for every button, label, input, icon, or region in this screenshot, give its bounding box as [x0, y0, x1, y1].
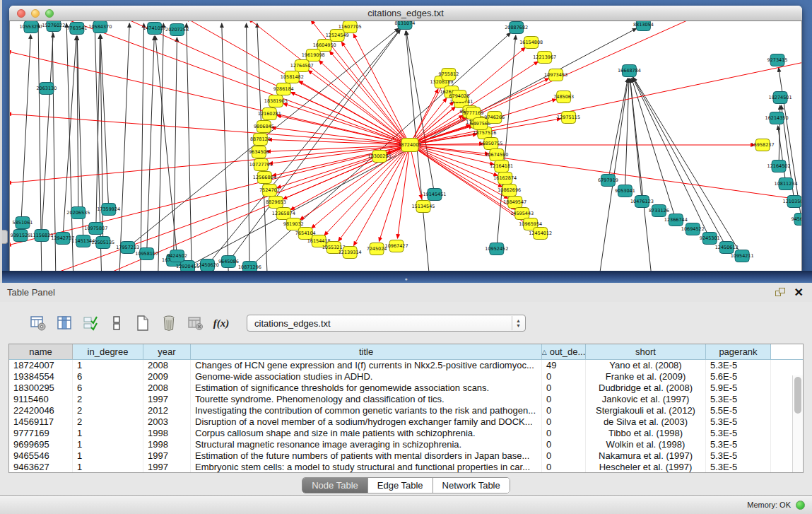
- network-node-selected[interactable]: 16162874: [493, 173, 517, 185]
- column-header-title[interactable]: title: [191, 344, 542, 360]
- network-node-selected[interactable]: 9755812: [438, 69, 459, 81]
- tab-network-table[interactable]: Network Table: [433, 478, 510, 493]
- network-edge[interactable]: [608, 78, 628, 180]
- network-edge[interactable]: [222, 23, 229, 271]
- table-row[interactable]: 1456911722003Disruption of a novel membe…: [9, 416, 803, 428]
- network-node-selected[interactable]: 14595443: [510, 208, 534, 220]
- table-scrollbar[interactable]: [792, 375, 803, 472]
- table-cell[interactable]: Disruption of a novel member of a sodium…: [191, 416, 542, 428]
- table-cell[interactable]: 6: [73, 371, 143, 382]
- network-node[interactable]: 12164502: [767, 160, 791, 173]
- network-node-selected[interactable]: 7524702: [259, 185, 280, 197]
- network-node[interactable]: 2063130: [36, 83, 57, 95]
- float-panel-icon[interactable]: [775, 288, 786, 297]
- table-row[interactable]: 946362711997Embryonic stem cells: a mode…: [9, 462, 803, 472]
- network-node-selected[interactable]: 7485063: [553, 91, 574, 103]
- network-node-selected[interactable]: 16850755: [479, 138, 502, 150]
- table-row[interactable]: 1830029562008Estimation of significance …: [9, 382, 803, 394]
- network-node[interactable]: 9245301: [700, 233, 720, 245]
- table-cell[interactable]: Stergiakouli et al. (2012): [586, 405, 706, 416]
- network-edge[interactable]: [187, 23, 192, 271]
- table-cell[interactable]: 1997: [143, 462, 191, 472]
- network-node[interactable]: 10871296: [238, 262, 261, 271]
- network-edge[interactable]: [20, 35, 30, 235]
- table-cell[interactable]: Estimation of significance thresholds fo…: [191, 382, 542, 394]
- table-cell[interactable]: 0: [542, 439, 586, 450]
- table-cell[interactable]: 2012: [143, 405, 191, 416]
- network-edge-selected[interactable]: [186, 21, 410, 145]
- network-node[interactable]: 12366744: [664, 214, 688, 226]
- table-cell[interactable]: 9699695: [9, 439, 73, 450]
- table-cell[interactable]: Franke et al. (2009): [586, 371, 706, 382]
- zoom-window-button[interactable]: [45, 9, 54, 18]
- network-edge[interactable]: [42, 33, 53, 235]
- table-cell[interactable]: 0: [542, 428, 586, 439]
- table-cell[interactable]: 1997: [143, 450, 191, 462]
- table-cell[interactable]: Genome-wide association studies in ADHD.: [191, 371, 542, 382]
- table-row[interactable]: 1872400712008Changes of HCN gene express…: [9, 360, 803, 371]
- table-cell[interactable]: Yano et al. (2008): [586, 360, 706, 371]
- table-cell[interactable]: 0: [542, 416, 586, 428]
- network-node[interactable]: 10952452: [485, 243, 508, 255]
- network-node[interactable]: 8733126: [649, 205, 669, 217]
- network-node-selected[interactable]: 12164181: [490, 160, 513, 173]
- network-node[interactable]: 16648784: [618, 65, 641, 77]
- table-cell[interactable]: 0: [542, 371, 586, 382]
- table-cell[interactable]: Investigating the contribution of common…: [191, 405, 542, 416]
- table-cell[interactable]: 0: [542, 382, 586, 394]
- table-cell[interactable]: 9115460: [9, 394, 73, 405]
- network-node-selected[interactable]: 16154808: [519, 37, 543, 49]
- table-cell[interactable]: 19384554: [9, 371, 73, 382]
- table-cell[interactable]: 49: [542, 360, 586, 371]
- network-edge-selected[interactable]: [300, 145, 410, 220]
- table-cell[interactable]: 1998: [143, 439, 191, 450]
- function-builder-button[interactable]: f(x): [211, 313, 231, 333]
- network-node[interactable]: 20887682: [505, 22, 528, 34]
- table-row[interactable]: 946554611997Estimation of the future num…: [9, 450, 803, 462]
- network-node[interactable]: 9645086: [218, 256, 239, 268]
- network-graph[interactable]: 1872400711607705125245491660495019619098…: [10, 21, 801, 271]
- table-cell[interactable]: 1998: [143, 428, 191, 439]
- network-node[interactable]: 6797919: [598, 175, 618, 187]
- table-cell[interactable]: 0: [542, 450, 586, 462]
- table-cell[interactable]: 0: [542, 462, 586, 472]
- network-node[interactable]: 10975887: [84, 223, 107, 235]
- table-selector-dropdown[interactable]: citations_edges.txt ▲▼: [247, 315, 526, 332]
- network-node-hub[interactable]: 18724007: [398, 139, 421, 152]
- network-node-selected[interactable]: 12213967: [533, 52, 556, 64]
- table-cell[interactable]: 9463627: [9, 462, 73, 472]
- network-node-selected[interactable]: 12566804: [253, 172, 276, 184]
- network-node[interactable]: 7763541: [66, 23, 87, 35]
- table-row[interactable]: 969969511998Structural magnetic resonanc…: [9, 439, 803, 450]
- table-cell[interactable]: Changes of HCN gene expression and I(f) …: [191, 360, 542, 371]
- network-node[interactable]: 18274501: [769, 92, 792, 104]
- table-scrollbar-thumb[interactable]: [794, 377, 801, 414]
- network-edge[interactable]: [406, 31, 435, 194]
- table-cell[interactable]: Structural magnetic resonance image aver…: [191, 439, 542, 450]
- close-panel-icon[interactable]: ✕: [794, 288, 804, 298]
- network-node[interactable]: 19145451: [423, 189, 446, 201]
- table-cell[interactable]: 1: [73, 360, 143, 371]
- network-edge[interactable]: [247, 23, 250, 271]
- table-row[interactable]: 977716911998Corpus callosum shape and si…: [9, 428, 803, 439]
- toggle-row-height-button[interactable]: [107, 313, 126, 333]
- table-cell[interactable]: 5.3E-5: [706, 450, 771, 462]
- network-node[interactable]: 10811234: [775, 178, 798, 190]
- network-node-selected[interactable]: 9634508: [249, 146, 269, 158]
- table-cell[interactable]: 1: [73, 428, 143, 439]
- network-node[interactable]: 15276022: [42, 21, 65, 32]
- network-node[interactable]: 14741057: [143, 23, 166, 35]
- network-node-selected[interactable]: 10967427: [385, 240, 408, 252]
- table-mode-button[interactable]: [28, 313, 48, 333]
- table-cell[interactable]: Nakamura et al. (1997): [586, 450, 706, 462]
- network-edge[interactable]: [119, 23, 130, 271]
- network-node-selected[interactable]: 8878120: [250, 134, 271, 146]
- table-cell[interactable]: 2: [73, 394, 143, 405]
- create-column-button[interactable]: [133, 313, 153, 333]
- table-row[interactable]: 911546021997Tourette syndrome. Phenomeno…: [9, 394, 803, 405]
- minimize-window-button[interactable]: [31, 9, 40, 18]
- table-cell[interactable]: Embryonic stem cells: a model to study s…: [191, 462, 542, 472]
- table-cell[interactable]: Tibbo et al. (1998): [586, 428, 706, 439]
- tab-edge-table[interactable]: Edge Table: [368, 478, 433, 493]
- network-node-selected[interactable]: 9777169: [463, 107, 483, 119]
